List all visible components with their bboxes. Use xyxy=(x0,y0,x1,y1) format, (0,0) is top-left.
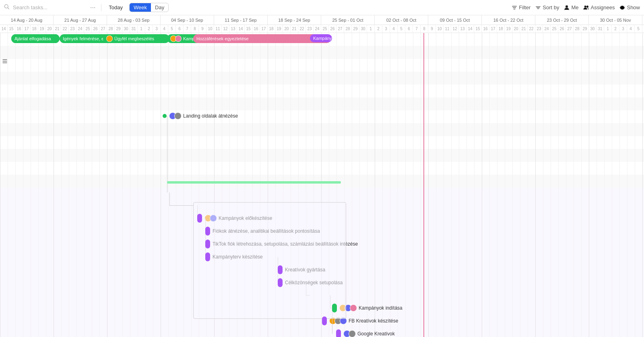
search-input[interactable]: Search tasks... xyxy=(13,4,85,10)
range-cell-10: 23 Oct - 29 Oct xyxy=(535,15,589,25)
day-cell: 15 xyxy=(474,25,482,33)
day-cell: 3 xyxy=(382,25,390,33)
day-cell: 24 xyxy=(543,25,551,33)
day-cell: 2 xyxy=(145,25,153,33)
task-row-1[interactable] xyxy=(0,60,644,71)
sort-by-button[interactable]: Sort by xyxy=(535,4,559,10)
week-day-toggle: Week Day xyxy=(129,3,169,12)
day-cell: 31 xyxy=(597,25,604,33)
day-button[interactable]: Day xyxy=(151,3,168,12)
day-cell: 30 xyxy=(359,25,367,33)
day-cell: 23 xyxy=(306,25,314,33)
filter-button[interactable]: Filter xyxy=(512,4,530,10)
day-cell: 24 xyxy=(314,25,321,33)
task-dot-17[interactable] xyxy=(336,329,341,337)
day-cell: 1 xyxy=(604,25,612,33)
range-cell-8: 09 Oct - 15 Oct xyxy=(428,15,482,25)
assignees-button[interactable]: Assignees xyxy=(583,4,615,10)
range-cell-9: 16 Oct - 22 Oct xyxy=(482,15,535,25)
task-dot-12[interactable] xyxy=(278,265,283,274)
day-cell: 1 xyxy=(367,25,375,33)
day-cell: 21 xyxy=(520,25,528,33)
sidebar-toggle[interactable] xyxy=(0,56,10,66)
subtask-box xyxy=(193,202,346,319)
day-cell: 27 xyxy=(336,25,344,33)
task-label-17: Google Kreatívok xyxy=(343,329,395,337)
me-button[interactable]: Me xyxy=(564,4,578,10)
gantt-header-days: 1415161718192021222324252627282930311234… xyxy=(0,25,644,33)
task-row-2[interactable] xyxy=(0,73,644,84)
progress-bar xyxy=(167,181,341,184)
day-cell: 20 xyxy=(512,25,520,33)
day-cell: 4 xyxy=(627,25,635,33)
task-dot-15[interactable] xyxy=(332,304,337,312)
range-cell-2: 28 Aug - 03 Sep xyxy=(107,15,161,25)
today-button[interactable]: Today xyxy=(105,3,126,12)
show-button[interactable]: Show xyxy=(619,4,640,10)
day-cell: 18 xyxy=(31,25,38,33)
svg-point-4 xyxy=(587,6,588,7)
task-row-3[interactable] xyxy=(0,86,644,97)
task-row-4[interactable] xyxy=(0,99,644,110)
day-cell: 13 xyxy=(459,25,466,33)
day-cell: 26 xyxy=(92,25,99,33)
row-bg xyxy=(0,136,644,149)
day-cell: 29 xyxy=(581,25,589,33)
day-cell: 29 xyxy=(115,25,122,33)
week-button[interactable]: Week xyxy=(130,3,151,12)
day-cell: 2 xyxy=(375,25,382,33)
day-cell: 7 xyxy=(413,25,421,33)
range-cell-11: 30 Oct - 05 Nov xyxy=(589,15,642,25)
task-dot-11[interactable] xyxy=(205,252,210,261)
task-dot-10[interactable] xyxy=(205,240,210,248)
row-bg xyxy=(0,123,644,136)
toolbar-right: Filter Sort by Me Assignees Show xyxy=(512,4,640,10)
day-cell: 29 xyxy=(352,25,359,33)
task-dot-5[interactable] xyxy=(163,114,167,118)
day-cell: 3 xyxy=(619,25,627,33)
day-cell: 15 xyxy=(245,25,252,33)
range-cell-7: 02 Oct - 08 Oct xyxy=(375,15,428,25)
gantt-container: 14 Aug - 20 Aug21 Aug - 27 Aug28 Aug - 0… xyxy=(0,15,644,337)
row-bg xyxy=(0,162,644,175)
day-cell: 5 xyxy=(398,25,405,33)
range-cell-4: 11 Sep - 17 Sep xyxy=(214,15,268,25)
day-cell: 27 xyxy=(99,25,107,33)
task-dot-8[interactable] xyxy=(197,214,202,223)
day-cell: 18 xyxy=(497,25,505,33)
day-cell: 28 xyxy=(107,25,115,33)
day-cell: 6 xyxy=(642,25,644,33)
day-cell: 14 xyxy=(0,25,8,33)
day-cell: 20 xyxy=(46,25,54,33)
today-line xyxy=(423,33,424,337)
task-dot-9[interactable] xyxy=(205,227,210,236)
day-cell: 10 xyxy=(436,25,444,33)
day-cell: 17 xyxy=(489,25,497,33)
day-cell: 18 xyxy=(268,25,275,33)
range-cell-0: 14 Aug - 20 Aug xyxy=(0,15,54,25)
day-cell: 2 xyxy=(612,25,619,33)
task-dot-16[interactable] xyxy=(322,316,327,325)
day-cell: 19 xyxy=(275,25,283,33)
gantt-header-ranges: 14 Aug - 20 Aug21 Aug - 27 Aug28 Aug - 0… xyxy=(0,15,644,25)
day-cell: 8 xyxy=(191,25,199,33)
day-cell: 24 xyxy=(76,25,84,33)
range-cell-1: 21 Aug - 27 Aug xyxy=(54,15,107,25)
day-cell: 22 xyxy=(528,25,535,33)
task-dot-13[interactable] xyxy=(278,278,283,287)
toolbar-divider xyxy=(101,4,101,11)
day-cell: 27 xyxy=(566,25,574,33)
day-cell: 26 xyxy=(558,25,566,33)
day-cell: 15 xyxy=(8,25,15,33)
range-cell-6: 25 Sep - 01 Oct xyxy=(321,15,375,25)
day-cell: 23 xyxy=(69,25,76,33)
task-row-6[interactable] xyxy=(0,188,644,199)
day-cell: 22 xyxy=(298,25,306,33)
search-icon xyxy=(4,4,10,11)
day-cell: 10 xyxy=(206,25,214,33)
row-bg xyxy=(0,149,644,162)
day-cell: 20 xyxy=(283,25,291,33)
day-cell: 25 xyxy=(551,25,558,33)
task-label-5: Landing oldalak átnézése xyxy=(169,112,238,120)
more-options-icon[interactable]: ··· xyxy=(89,3,97,12)
